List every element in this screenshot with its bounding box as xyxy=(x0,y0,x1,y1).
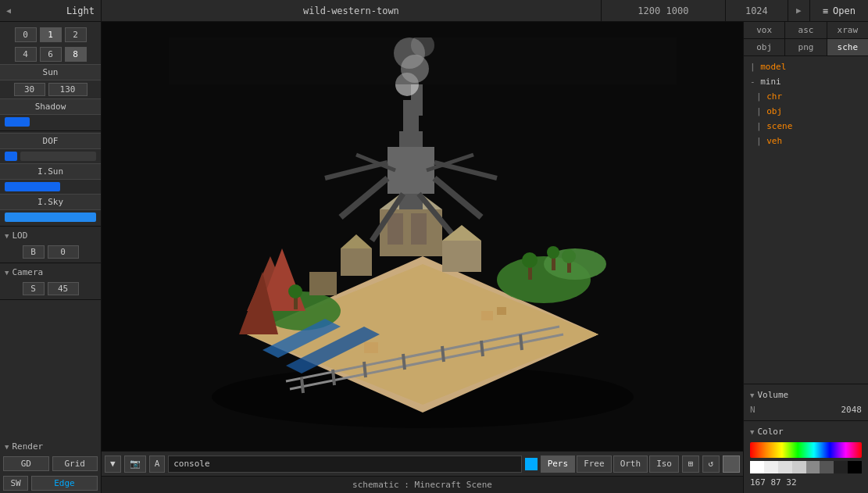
dof-label: DOF xyxy=(43,136,59,146)
console-input[interactable] xyxy=(168,455,521,473)
num-btn-4[interactable]: 4 xyxy=(15,47,37,62)
viewport-scene xyxy=(102,22,743,451)
top-left-section: ◀ Light xyxy=(0,0,102,21)
tab-sche[interactable]: sche xyxy=(827,39,868,55)
lod-row: ▼ LOD xyxy=(0,228,101,243)
tree-item-obj[interactable]: | obj xyxy=(744,104,868,119)
dof-section: DOF xyxy=(0,133,101,149)
cyan-square xyxy=(525,458,538,470)
divider4 xyxy=(0,299,101,300)
isky-slider[interactable] xyxy=(5,213,96,222)
swatch-black[interactable] xyxy=(848,461,862,473)
shadow-section: Shadow xyxy=(0,98,101,115)
num-btn-8[interactable]: 8 xyxy=(65,47,87,62)
view-free[interactable]: Free xyxy=(577,455,612,473)
isun-label: I.Sun xyxy=(38,166,63,177)
num-btn-2[interactable]: 2 xyxy=(65,27,87,42)
tab-xraw[interactable]: xraw xyxy=(827,22,868,38)
right-panel: vox asc xraw obj png sche | model - mini… xyxy=(743,22,868,493)
color-expand-icon[interactable]: ▼ xyxy=(750,428,754,436)
sun-label: Sun xyxy=(43,67,59,77)
a-button[interactable]: A xyxy=(149,455,166,473)
swatch-gray[interactable] xyxy=(778,461,792,473)
num-btn-0[interactable]: 0 xyxy=(15,27,37,42)
camera-button[interactable]: 📷 xyxy=(124,455,146,473)
swatch-very-dark[interactable] xyxy=(834,461,848,473)
dof-row xyxy=(0,149,101,163)
camera-label: Camera xyxy=(12,267,43,277)
swatch-light-gray[interactable] xyxy=(764,461,778,473)
camera-arrow[interactable]: ▼ xyxy=(5,269,9,277)
num-buttons-row2: 4 6 8 xyxy=(0,45,101,64)
render-arrow[interactable]: ▼ xyxy=(5,443,9,451)
lod-inputs xyxy=(0,243,101,261)
view-iso[interactable]: Iso xyxy=(649,455,679,473)
sun-val1[interactable] xyxy=(14,83,45,96)
view-pers[interactable]: Pers xyxy=(541,455,576,473)
sun-val2[interactable] xyxy=(48,83,88,96)
volume-kv: N 2048 xyxy=(744,402,868,417)
camera-inputs xyxy=(0,280,101,298)
num-btn-6[interactable]: 6 xyxy=(40,47,62,62)
camera-row: ▼ Camera xyxy=(0,265,101,280)
dof-indicator xyxy=(5,152,17,161)
render-label: Render xyxy=(12,441,43,452)
isun-slider[interactable] xyxy=(5,182,60,191)
dof-slider[interactable] xyxy=(20,152,96,161)
tree-item-veh[interactable]: | veh xyxy=(744,134,868,148)
shadow-slider[interactable] xyxy=(5,117,30,127)
isun-section: I.Sun xyxy=(0,163,101,180)
swatch-white[interactable] xyxy=(750,461,764,473)
viewport[interactable] xyxy=(102,22,743,451)
grid-icon-btn[interactable]: ⊞ xyxy=(682,455,699,473)
render-buttons: GD Grid xyxy=(0,454,101,473)
svg-rect-57 xyxy=(169,38,677,436)
scene-dimensions: 1200 1000 xyxy=(601,0,726,21)
grid-button[interactable]: Grid xyxy=(52,456,98,471)
swatch-dark-gray[interactable] xyxy=(806,461,820,473)
camera-s[interactable] xyxy=(23,282,45,295)
tree-item-chr[interactable]: | chr xyxy=(744,89,868,104)
sun-section: Sun xyxy=(0,64,101,80)
top-left-title: Light xyxy=(66,5,95,16)
left-panel: 0 1 2 4 6 8 Sun Shadow DOF I xyxy=(0,22,102,493)
tree-item-model[interactable]: | model xyxy=(744,59,868,74)
volume-section: ▼ Volume N 2048 xyxy=(744,384,868,420)
num-btn-1[interactable]: 1 xyxy=(40,27,62,42)
top-left-arrow[interactable]: ◀ xyxy=(6,6,11,15)
status-text: schematic : Minecraft Scene xyxy=(352,480,492,490)
tree-item-mini[interactable]: - mini xyxy=(744,74,868,89)
color-rgb: 167 87 32 xyxy=(750,477,797,488)
tab-obj[interactable]: obj xyxy=(744,39,785,55)
camera-val[interactable] xyxy=(48,282,79,295)
edge-button[interactable]: Edge xyxy=(31,476,98,491)
lod-arrow[interactable]: ▼ xyxy=(5,232,9,240)
rp-spacer xyxy=(744,152,868,384)
refresh-icon-btn[interactable]: ↺ xyxy=(702,455,720,473)
status-bar: schematic : Minecraft Scene xyxy=(102,476,743,493)
color-gradient[interactable] xyxy=(750,442,862,458)
sw-button[interactable]: SW xyxy=(3,476,28,491)
top-right-arrow[interactable]: ▶ xyxy=(788,0,810,21)
num-buttons-row1: 0 1 2 xyxy=(0,25,101,45)
down-arrow-btn[interactable]: ▼ xyxy=(105,455,121,473)
gd-button[interactable]: GD xyxy=(3,456,49,471)
volume-expand-icon[interactable]: ▼ xyxy=(750,391,754,399)
swatch-darker-gray[interactable] xyxy=(820,461,834,473)
swatch-mid-gray[interactable] xyxy=(792,461,806,473)
tab-vox[interactable]: vox xyxy=(744,22,785,38)
tab-png[interactable]: png xyxy=(785,39,827,55)
tree-item-scene[interactable]: | scene xyxy=(744,119,868,134)
rp-tree: | model - mini | chr | obj | scene | veh xyxy=(744,56,868,152)
tab-asc[interactable]: asc xyxy=(785,22,827,38)
isky-label: I.Sky xyxy=(38,197,63,207)
render-row: ▼ Render xyxy=(0,439,101,454)
scene-title: wild-western-town xyxy=(102,5,601,16)
scene-number: 1024 xyxy=(726,0,788,21)
lod-b[interactable] xyxy=(23,245,45,259)
lod-val[interactable] xyxy=(48,245,79,259)
color-values: 167 87 32 xyxy=(744,475,868,490)
view-orth[interactable]: Orth xyxy=(613,455,648,473)
open-menu[interactable]: ≡ Open xyxy=(810,0,868,21)
sun-values xyxy=(0,80,101,98)
